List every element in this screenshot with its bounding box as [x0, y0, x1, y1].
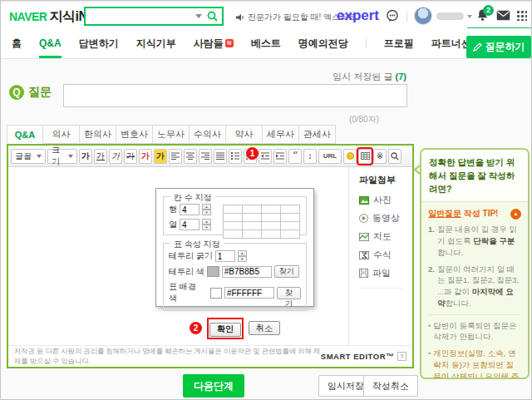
tab-labor-attorney[interactable]: 노무사	[153, 125, 190, 144]
align-justify-button[interactable]	[214, 149, 227, 164]
outdent-button[interactable]	[259, 149, 272, 164]
speaker-icon	[236, 13, 244, 22]
attach-formula[interactable]: 수식	[359, 249, 412, 261]
nav-item-qna[interactable]: Q&A	[39, 28, 62, 58]
row-count-stepper[interactable]: ▲▼	[202, 204, 211, 215]
highlight-button[interactable]: 가	[154, 149, 167, 164]
url-button[interactable]: URL	[318, 149, 342, 164]
nav-item-home[interactable]: 홈	[12, 28, 22, 58]
tab-doctor[interactable]: 의사	[43, 125, 80, 144]
bold-button[interactable]: 가	[79, 149, 92, 164]
border-width-stepper[interactable]: ▲▼	[238, 250, 247, 262]
question-badge: Q	[9, 85, 24, 100]
chevron-down-icon	[68, 155, 73, 158]
emoticon-icon	[347, 152, 354, 160]
tab-lawyer[interactable]: 변호사	[116, 125, 153, 144]
border-color-label: 테두리 색	[169, 266, 204, 278]
bg-color-input[interactable]	[224, 287, 274, 299]
col-count-stepper[interactable]: ▲▼	[202, 219, 211, 230]
tab-oriental-doctor[interactable]: 한의사	[80, 125, 116, 144]
nav-item-people[interactable]: 사람들N	[194, 28, 234, 58]
cancel-write-button[interactable]: 작성취소	[363, 375, 418, 397]
attach-photo[interactable]: 사진	[359, 194, 412, 206]
font-color-button[interactable]: 가	[139, 149, 152, 164]
nav-item-hall-of-fame[interactable]: 명예의전당	[298, 28, 348, 58]
line-spacing-button[interactable]: ↕	[303, 149, 317, 164]
editor-help-button[interactable]: ?	[397, 352, 406, 361]
emoticon-button[interactable]	[343, 149, 357, 164]
insert-table-button[interactable]	[358, 149, 372, 164]
row-label: 행	[169, 204, 177, 215]
italic-button[interactable]: 가	[109, 149, 122, 164]
knowledgein-question-page: NAVER지식iN 전문가가 필요할 때! 엑스퍼트. expert 2	[0, 0, 532, 400]
apps-grid-icon[interactable]	[516, 10, 527, 21]
chat-bubble-icon[interactable]	[386, 9, 399, 22]
nav-item-donation[interactable]: 지식기부	[136, 28, 176, 58]
quote-button[interactable]: “	[288, 149, 302, 164]
question-label: 질문	[28, 85, 52, 100]
search-scope-chevron-icon[interactable]	[195, 14, 202, 18]
align-right-button[interactable]	[199, 149, 212, 164]
ordered-list-button[interactable]	[229, 149, 242, 164]
font-family-select[interactable]: 글꼴	[11, 149, 46, 164]
search-input[interactable]	[86, 12, 195, 22]
tab-qna[interactable]: Q&A	[7, 125, 43, 144]
naver-kin-logo[interactable]: NAVER지식iN	[9, 8, 87, 26]
naver-logo-text: NAVER	[9, 10, 47, 23]
tips-title: 정확한 답변을 받기 위해서 질문을 잘 작성하려면?	[421, 150, 528, 202]
chevron-down-icon	[37, 155, 42, 158]
attach-map[interactable]: 지도	[359, 230, 412, 243]
border-color-find-button[interactable]: 찾기	[274, 265, 299, 278]
avatar[interactable]	[414, 7, 432, 25]
dialog-actions: 2 확인 취소	[156, 318, 313, 339]
align-left-button[interactable]	[169, 149, 182, 164]
special-char-button[interactable]: ※	[373, 149, 387, 164]
question-title-input[interactable]	[63, 84, 407, 107]
border-color-swatch[interactable]	[207, 266, 219, 277]
border-width-input[interactable]	[215, 250, 235, 262]
tab-veterinarian[interactable]: 수의사	[190, 125, 226, 144]
font-size-select[interactable]: 크기	[47, 149, 77, 164]
attach-video[interactable]: 동영상	[359, 212, 412, 225]
draft-saved-link[interactable]: 임시 저장된 글 (7)	[332, 71, 406, 83]
service-logo-text: 지식iN	[49, 9, 87, 23]
row-count-input[interactable]	[180, 204, 200, 215]
underline-button[interactable]: 가	[94, 149, 107, 164]
attach-file[interactable]: 파일	[359, 267, 412, 279]
nav-item-answer[interactable]: 답변하기	[79, 28, 119, 58]
cancel-dialog-button[interactable]: 취소	[249, 321, 280, 335]
nav-item-best[interactable]: 베스트	[251, 28, 281, 58]
tab-tax-accountant[interactable]: 세무사	[263, 125, 299, 144]
user-menu-chevron-icon[interactable]	[467, 15, 472, 18]
attach-divider	[359, 288, 402, 289]
bg-color-find-button[interactable]: 찾기	[277, 287, 301, 299]
attach-panel: 파일첨부 사진 동영상 지도 수식	[348, 167, 412, 345]
bg-color-swatch[interactable]	[210, 288, 222, 299]
magnifier-icon	[391, 152, 399, 160]
ok-button[interactable]: 확인	[209, 323, 241, 337]
border-color-input[interactable]	[222, 266, 272, 278]
tab-pharmacist[interactable]: 약사	[226, 125, 263, 144]
find-replace-button[interactable]	[388, 149, 401, 164]
new-badge: N	[225, 39, 234, 47]
mail-icon[interactable]	[496, 10, 510, 21]
collapse-up-icon[interactable]: ▲	[510, 209, 521, 220]
tab-customs-agent[interactable]: 관세사	[299, 125, 336, 144]
table-preview-grid	[223, 205, 300, 239]
notification-bell-icon[interactable]: 2	[476, 8, 489, 22]
ask-question-button[interactable]: 질문하기	[466, 36, 531, 58]
align-center-button[interactable]	[184, 149, 197, 164]
col-count-input[interactable]	[180, 219, 200, 230]
main-nav: 홈 Q&A 답변하기 지식기부 사람들N 베스트 명예의전당 프로필 파트너센터…	[1, 28, 531, 59]
nav-divider	[366, 38, 367, 48]
table-props-legend: 표 속성 지정	[170, 239, 224, 250]
editor-content-area[interactable]: 파일첨부 사진 동영상 지도 수식	[8, 167, 412, 345]
next-step-button[interactable]: 다음단계	[183, 374, 244, 398]
strikethrough-button[interactable]: 가	[124, 149, 137, 164]
expert-logo[interactable]: expert	[337, 7, 379, 24]
nav-item-profile[interactable]: 프로필	[384, 28, 414, 58]
user-name[interactable]	[436, 12, 464, 20]
col-label: 열	[169, 219, 177, 230]
indent-button[interactable]	[273, 149, 287, 164]
search-icon[interactable]	[207, 11, 218, 22]
